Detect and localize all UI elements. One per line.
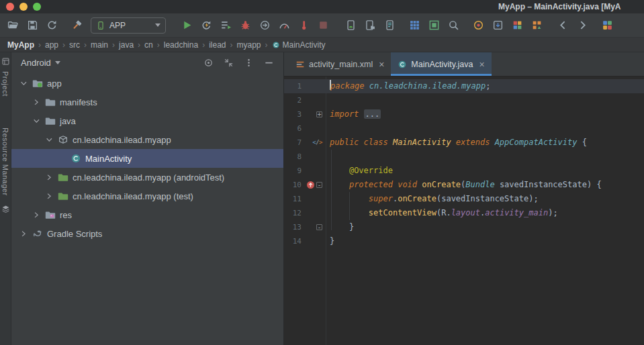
- panel-options-button[interactable]: [244, 58, 254, 68]
- breadcrumb-item-ilead[interactable]: ilead: [208, 40, 226, 50]
- breadcrumb-item-java[interactable]: java: [118, 40, 134, 50]
- code-text[interactable]: package cn.leadchina.ilead.myapp;: [326, 79, 490, 93]
- stripe-label-project[interactable]: Project: [1, 71, 9, 97]
- run-configuration-select[interactable]: APP: [91, 17, 166, 34]
- profile-app-icon[interactable]: [277, 18, 291, 33]
- plugins-icon[interactable]: [600, 18, 614, 33]
- tree-item-res[interactable]: res: [11, 205, 283, 224]
- collapse-all-button[interactable]: [224, 58, 234, 68]
- code-line-1[interactable]: 1package cn.leadchina.ilead.myapp;: [284, 79, 644, 93]
- code-text[interactable]: }: [326, 220, 354, 234]
- code-text[interactable]: [326, 121, 330, 136]
- line-number[interactable]: 3: [284, 107, 304, 121]
- fold-plus-icon[interactable]: +: [316, 111, 322, 117]
- chevron-right-icon[interactable]: [19, 230, 28, 238]
- app-insights-icon[interactable]: [471, 18, 486, 33]
- resource-manager-icon[interactable]: [529, 18, 544, 33]
- code-line-2[interactable]: 2: [284, 93, 644, 107]
- line-number[interactable]: 9: [284, 164, 304, 178]
- overrides-method-icon[interactable]: [307, 181, 314, 189]
- attach-debugger-icon[interactable]: [257, 18, 272, 33]
- code-text[interactable]: setContentView(R.layout.activity_main);: [326, 206, 558, 220]
- breadcrumb-item-main[interactable]: main: [90, 40, 109, 50]
- chevron-down-icon[interactable]: [19, 79, 28, 88]
- fold-minus-icon[interactable]: -: [316, 224, 322, 230]
- sdk-manager-icon[interactable]: [490, 18, 505, 33]
- apply-changes-icon[interactable]: [199, 18, 214, 33]
- close-window-button[interactable]: [6, 3, 14, 11]
- code-text[interactable]: [326, 93, 330, 107]
- breadcrumb-item-leadchina[interactable]: leadchina: [163, 40, 199, 50]
- sync-project-icon[interactable]: [44, 18, 59, 33]
- forward-button[interactable]: [575, 18, 590, 33]
- locate-file-button[interactable]: [203, 58, 214, 68]
- stop-button[interactable]: [316, 18, 330, 33]
- breadcrumb-item-mainactivity[interactable]: MainActivity: [271, 40, 326, 50]
- code-editor[interactable]: 1package cn.leadchina.ilead.myapp;23+imp…: [284, 77, 644, 345]
- apply-code-changes-icon[interactable]: [218, 18, 233, 33]
- project-view-selector[interactable]: Android: [21, 58, 60, 68]
- code-line-9[interactable]: 9 @Override: [284, 164, 644, 178]
- code-line-6[interactable]: 6: [284, 121, 644, 136]
- line-number[interactable]: 12: [284, 206, 304, 220]
- close-tab-button[interactable]: ×: [479, 60, 485, 69]
- save-all-icon[interactable]: [25, 18, 40, 33]
- code-text[interactable]: }: [326, 234, 334, 248]
- stripe-label-resource-manager[interactable]: Resource Manager: [1, 128, 9, 196]
- tree-item-manifests[interactable]: manifests: [11, 93, 283, 111]
- tree-item-mainactivity[interactable]: MainActivity: [11, 149, 283, 168]
- line-number[interactable]: 7: [284, 136, 304, 150]
- tree-item-app[interactable]: app: [11, 74, 283, 93]
- chevron-down-icon[interactable]: [45, 136, 54, 144]
- breadcrumb-item-myapp[interactable]: myapp: [236, 40, 261, 50]
- chevron-right-icon[interactable]: [32, 98, 41, 107]
- code-line-11[interactable]: 11 super.onCreate(savedInstanceState);: [284, 192, 644, 206]
- line-number[interactable]: 8: [284, 150, 304, 164]
- code-line-13[interactable]: 13- }: [284, 220, 644, 234]
- tool-windows-icon[interactable]: [407, 18, 422, 33]
- close-tab-button[interactable]: ×: [379, 60, 384, 69]
- line-number[interactable]: 14: [284, 234, 304, 248]
- chevron-down-icon[interactable]: [32, 117, 41, 126]
- code-line-7[interactable]: 7</>public class MainActivity extends Ap…: [284, 136, 644, 150]
- tree-item-java[interactable]: java: [11, 111, 283, 130]
- related-xml-icon[interactable]: </>: [312, 136, 322, 150]
- search-icon[interactable]: [446, 18, 461, 33]
- breadcrumb-item-myapp[interactable]: MyApp: [7, 40, 35, 50]
- tab-mainactivity-java[interactable]: MainActivity.java×: [391, 52, 491, 76]
- layout-validation-icon[interactable]: [426, 18, 441, 33]
- logcat-icon[interactable]: [382, 18, 397, 33]
- code-text[interactable]: super.onCreate(savedInstanceState);: [326, 192, 539, 206]
- tree-item-cn-leadchina-ilead-myapp[interactable]: cn.leadchina.ilead.myapp: [11, 130, 283, 149]
- breadcrumb-item-cn[interactable]: cn: [144, 40, 154, 50]
- breadcrumb-item-src[interactable]: src: [68, 40, 81, 50]
- code-text[interactable]: protected void onCreate(Bundle savedInst…: [326, 178, 602, 192]
- code-text[interactable]: @Override: [326, 164, 393, 178]
- code-line-10[interactable]: 10- protected void onCreate(Bundle saved…: [284, 178, 644, 192]
- breadcrumb-item-app[interactable]: app: [44, 40, 59, 50]
- chevron-right-icon[interactable]: [45, 192, 54, 201]
- tab-activity-main-xml[interactable]: activity_main.xml×: [289, 52, 391, 76]
- code-text[interactable]: public class MainActivity extends AppCom…: [326, 136, 587, 150]
- build-hammer-icon[interactable]: [69, 18, 84, 33]
- code-text[interactable]: [326, 150, 330, 164]
- line-number[interactable]: 11: [284, 192, 304, 206]
- minimize-window-button[interactable]: [19, 3, 28, 11]
- line-number[interactable]: 10: [284, 178, 304, 192]
- tree-item-gradle-scripts[interactable]: Gradle Scripts: [11, 224, 283, 243]
- run-button[interactable]: [179, 18, 194, 33]
- chevron-right-icon[interactable]: [45, 173, 54, 182]
- code-text[interactable]: import ...: [326, 107, 381, 121]
- layout-inspector-icon[interactable]: [510, 18, 524, 33]
- tree-item-cn-leadchina-ilead-myapp-androidtest[interactable]: cn.leadchina.ilead.myapp (androidTest): [11, 168, 283, 187]
- hide-panel-button[interactable]: [264, 58, 274, 68]
- code-line-14[interactable]: 14}: [284, 234, 644, 248]
- open-file-icon[interactable]: [5, 18, 20, 33]
- fold-minus-icon[interactable]: -: [316, 182, 322, 188]
- line-number[interactable]: 13: [284, 220, 304, 234]
- device-file-explorer-icon[interactable]: [363, 18, 377, 33]
- code-line-3[interactable]: 3+import ...: [284, 107, 644, 121]
- line-number[interactable]: 1: [284, 79, 304, 93]
- profiler-icon[interactable]: [296, 18, 311, 33]
- code-line-8[interactable]: 8: [284, 150, 644, 164]
